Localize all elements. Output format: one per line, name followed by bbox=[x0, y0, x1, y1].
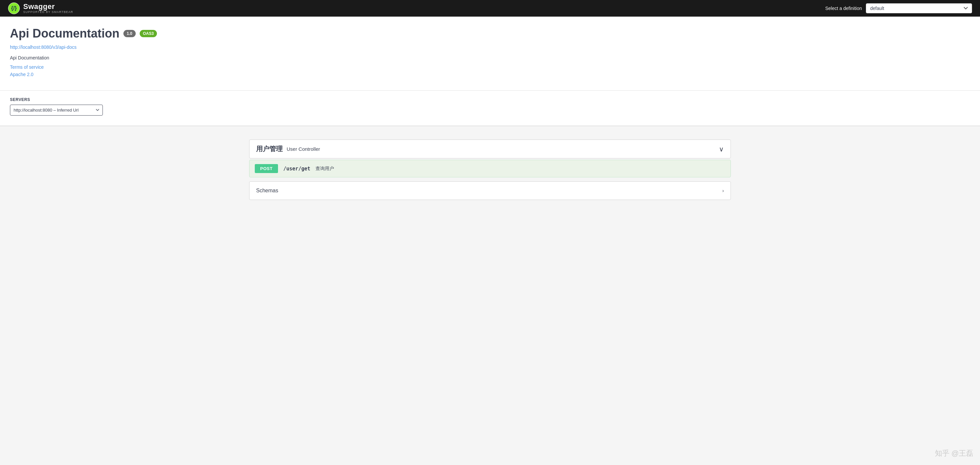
schemas-arrow-icon: › bbox=[722, 188, 724, 193]
brand-subtitle: Supported by SMARTBEAR bbox=[23, 11, 73, 14]
schemas-title: Schemas bbox=[256, 188, 278, 193]
swagger-logo-icon: {/} bbox=[8, 2, 20, 14]
chevron-down-icon: ∨ bbox=[719, 145, 724, 153]
controller-title-cn: 用户管理 bbox=[256, 144, 283, 153]
api-description: Api Documentation bbox=[10, 55, 970, 61]
page-wrapper: Api Documentation 1.0 OAS3 http://localh… bbox=[0, 17, 980, 465]
navbar: {/} Swagger Supported by SMARTBEAR Selec… bbox=[0, 0, 980, 17]
controller-title-en: User Controller bbox=[286, 146, 320, 152]
brand-title-group: Swagger Supported by SMARTBEAR bbox=[23, 3, 73, 14]
controller-block: 用户管理 User Controller ∨ POST /user/get 查询… bbox=[249, 139, 731, 177]
api-url-link[interactable]: http://localhost:8080/v3/api-docs bbox=[10, 45, 970, 50]
controllers-section: 用户管理 User Controller ∨ POST /user/get 查询… bbox=[249, 133, 731, 200]
controller-title-group: 用户管理 User Controller bbox=[256, 144, 320, 153]
brand-title: Swagger bbox=[23, 3, 73, 11]
api-links: Terms of service Apache 2.0 bbox=[10, 64, 970, 77]
endpoint-summary: 查询用户 bbox=[315, 166, 334, 172]
method-badge: POST bbox=[255, 164, 278, 173]
endpoint-row[interactable]: POST /user/get 查询用户 bbox=[249, 160, 731, 177]
version-badge: 1.0 bbox=[123, 30, 136, 37]
servers-label: Servers bbox=[10, 97, 970, 102]
api-info-block: Api Documentation 1.0 OAS3 http://localh… bbox=[0, 17, 980, 126]
definition-select[interactable]: default bbox=[866, 3, 972, 13]
schemas-section[interactable]: Schemas › bbox=[249, 181, 731, 200]
svg-text:{/}: {/} bbox=[11, 5, 17, 11]
endpoint-path: /user/get bbox=[283, 166, 310, 172]
api-title-row: Api Documentation 1.0 OAS3 bbox=[10, 27, 970, 40]
server-select[interactable]: http://localhost:8080 – Inferred Url bbox=[10, 105, 103, 116]
brand: {/} Swagger Supported by SMARTBEAR bbox=[8, 2, 73, 14]
api-title: Api Documentation bbox=[10, 27, 119, 40]
select-definition-label: Select a definition bbox=[825, 6, 862, 11]
oas3-badge: OAS3 bbox=[140, 30, 157, 37]
api-info-section: Api Documentation 1.0 OAS3 http://localh… bbox=[0, 17, 980, 91]
license-link[interactable]: Apache 2.0 bbox=[10, 72, 970, 77]
servers-section: Servers http://localhost:8080 – Inferred… bbox=[0, 91, 980, 126]
controller-header[interactable]: 用户管理 User Controller ∨ bbox=[249, 139, 731, 158]
terms-of-service-link[interactable]: Terms of service bbox=[10, 64, 970, 70]
content-wrapper: 用户管理 User Controller ∨ POST /user/get 查询… bbox=[241, 126, 739, 206]
navbar-right: Select a definition default bbox=[825, 3, 972, 13]
